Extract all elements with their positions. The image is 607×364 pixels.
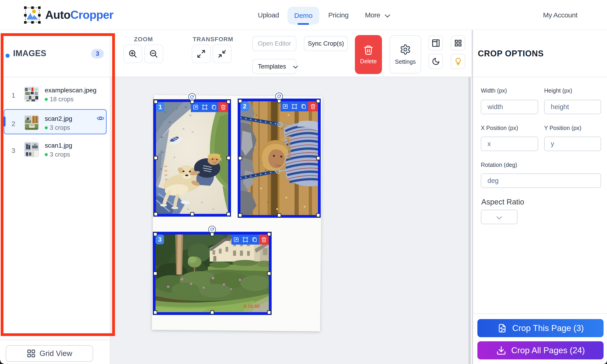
svg-text:9.26.98: 9.26.98 bbox=[244, 303, 260, 309]
svg-text:8 8 8 8: 8 8 8 8 bbox=[163, 166, 169, 181]
